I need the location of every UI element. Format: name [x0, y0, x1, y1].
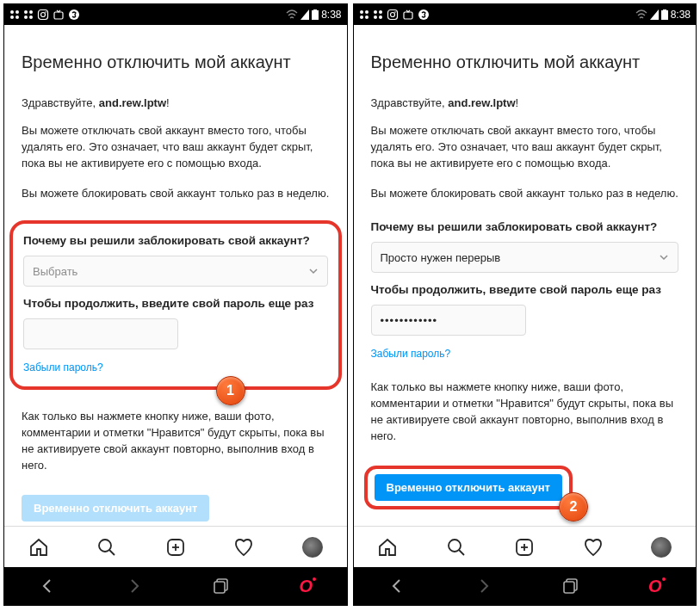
info-text: Как только вы нажмете кнопку ниже, ваши …	[22, 409, 330, 473]
svg-point-4	[24, 10, 28, 14]
back-icon[interactable]	[387, 577, 406, 596]
forward-icon[interactable]	[474, 577, 493, 596]
reason-select[interactable]: Просто нужен перерыв	[371, 242, 679, 273]
page-title: Временно отключить мой аккаунт	[371, 52, 679, 72]
opera-icon[interactable]: O	[648, 577, 662, 596]
svg-point-32	[394, 11, 396, 13]
info-text: Как только вы нажмете кнопку ниже, ваши …	[371, 380, 679, 444]
tabs-icon[interactable]	[561, 577, 580, 596]
step-badge-1: 1	[216, 376, 245, 405]
svg-point-9	[41, 13, 46, 17]
password-input[interactable]	[23, 318, 178, 349]
browser-nav: O	[4, 567, 347, 605]
svg-point-7	[29, 15, 33, 19]
tabs-icon[interactable]	[212, 577, 231, 596]
tv-icon	[402, 9, 414, 21]
forgot-password-link[interactable]: Забыли пароль?	[371, 348, 451, 360]
shazam-icon	[68, 9, 80, 21]
password-label: Чтобы продолжить, введите свой пароль ещ…	[23, 297, 328, 310]
svg-point-37	[449, 540, 461, 552]
browser-nav: O	[354, 567, 697, 605]
step-badge-2: 2	[559, 492, 588, 522]
svg-point-25	[365, 15, 369, 19]
profile-avatar[interactable]	[651, 537, 672, 558]
password-label: Чтобы продолжить, введите свой пароль ещ…	[371, 283, 679, 296]
chevron-down-icon	[308, 266, 319, 276]
dots-icon	[23, 9, 34, 20]
reason-label: Почему вы решили заблокировать свой акка…	[371, 220, 679, 233]
forgot-password-link[interactable]: Забыли пароль?	[23, 361, 103, 373]
back-icon[interactable]	[38, 577, 57, 596]
svg-rect-36	[663, 9, 666, 11]
dots-icon	[9, 9, 20, 20]
page-content: Временно отключить мой аккаунт Здравству…	[4, 25, 347, 526]
svg-rect-8	[39, 10, 48, 20]
description-2: Вы можете блокировать свой аккаунт тольк…	[371, 186, 679, 202]
svg-rect-30	[387, 10, 397, 20]
dots-icon	[359, 9, 369, 20]
page-title: Временно отключить мой аккаунт	[22, 52, 330, 72]
svg-point-27	[379, 10, 382, 14]
svg-point-5	[29, 10, 33, 14]
svg-rect-14	[313, 9, 317, 11]
greeting: Здравствуйте, and.rew.lptw!	[371, 96, 679, 109]
svg-point-31	[390, 13, 394, 17]
status-bar: 8:38	[354, 4, 697, 25]
svg-point-12	[69, 9, 79, 20]
svg-point-0	[10, 10, 14, 14]
tv-icon	[53, 9, 65, 21]
svg-rect-13	[312, 10, 319, 20]
forward-icon[interactable]	[125, 577, 144, 596]
reason-selected: Просто нужен перерыв	[381, 251, 501, 264]
disable-account-button[interactable]: Временно отключить аккаунт	[375, 474, 562, 501]
svg-point-29	[379, 15, 382, 19]
instagram-nav	[4, 526, 347, 567]
form-highlight: Почему вы решили заблокировать свой акка…	[9, 220, 342, 390]
instagram-nav	[354, 526, 697, 567]
home-icon[interactable]	[28, 537, 49, 558]
svg-point-6	[24, 15, 28, 19]
reason-placeholder: Выбрать	[33, 265, 77, 278]
page-content: Временно отключить мой аккаунт Здравству…	[354, 25, 697, 526]
greeting: Здравствуйте, and.rew.lptw!	[22, 96, 330, 109]
svg-point-1	[15, 10, 19, 14]
svg-point-10	[45, 11, 46, 13]
password-input[interactable]: ••••••••••••	[371, 305, 526, 336]
description-2: Вы можете блокировать свой аккаунт тольк…	[22, 186, 330, 202]
svg-rect-35	[661, 10, 668, 20]
svg-point-34	[418, 9, 429, 20]
home-icon[interactable]	[377, 537, 398, 558]
chevron-down-icon	[659, 252, 669, 262]
search-icon[interactable]	[96, 537, 117, 558]
clock: 8:38	[671, 9, 691, 21]
add-post-icon[interactable]	[165, 537, 186, 558]
svg-rect-33	[404, 12, 412, 19]
profile-avatar[interactable]	[302, 537, 323, 558]
phone-left: 8:38 Временно отключить мой аккаунт Здра…	[3, 3, 348, 606]
wifi-icon	[286, 9, 298, 20]
dots-icon	[373, 9, 383, 20]
phone-right: 8:38 Временно отключить мой аккаунт Здра…	[353, 3, 697, 606]
svg-point-26	[374, 10, 377, 14]
heart-icon[interactable]	[583, 537, 604, 558]
svg-point-22	[360, 10, 363, 14]
battery-icon	[312, 9, 319, 20]
disable-account-button[interactable]: Временно отключить аккаунт	[22, 495, 209, 522]
username: and.rew.lptw	[448, 96, 515, 109]
svg-point-24	[360, 15, 363, 19]
search-icon[interactable]	[446, 537, 467, 558]
reason-select[interactable]: Выбрать	[23, 256, 328, 287]
instagram-icon	[387, 9, 399, 21]
svg-rect-43	[564, 582, 574, 593]
username: and.rew.lptw	[99, 96, 166, 109]
description-1: Вы можете отключать свой аккаунт вместо …	[22, 123, 330, 172]
clock: 8:38	[321, 9, 341, 21]
heart-icon[interactable]	[233, 537, 254, 558]
add-post-icon[interactable]	[514, 537, 535, 558]
svg-rect-11	[54, 12, 63, 19]
opera-icon[interactable]: O	[299, 577, 313, 596]
svg-line-38	[459, 550, 464, 555]
reason-label: Почему вы решили заблокировать свой акка…	[23, 234, 328, 247]
svg-rect-21	[214, 582, 225, 593]
shazam-icon	[418, 9, 430, 21]
